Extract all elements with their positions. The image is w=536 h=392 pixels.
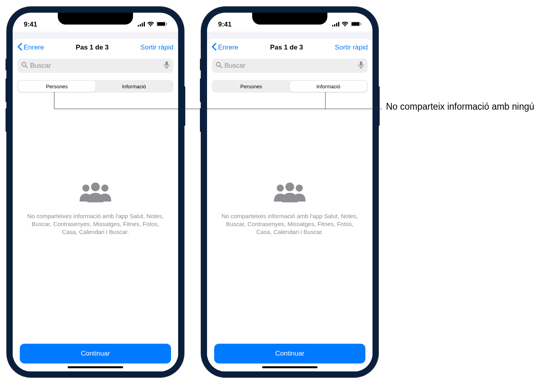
svg-point-28	[296, 185, 303, 192]
cellular-icon	[332, 21, 339, 29]
svg-rect-18	[338, 22, 339, 27]
chevron-left-icon	[17, 43, 22, 53]
status-indicators	[138, 21, 167, 29]
microphone-icon[interactable]	[358, 61, 364, 70]
status-time: 9:41	[218, 21, 232, 29]
mute-switch	[6, 59, 7, 70]
svg-rect-6	[166, 23, 167, 25]
svg-rect-17	[336, 23, 337, 27]
battery-icon	[156, 21, 167, 29]
tab-people[interactable]: Persones	[18, 81, 95, 92]
empty-state: No comparteixes informació amb l'app Sal…	[13, 78, 178, 340]
power-button	[184, 86, 185, 126]
continue-button[interactable]: Continuar	[20, 344, 171, 363]
svg-rect-5	[157, 22, 165, 26]
modal-sheet-container: Enrere Pas 1 de 3 Sortir ràpid Persones …	[207, 32, 373, 371]
modal-sheet-container: Enrere Pas 1 de 3 Sortir ràpid Persones …	[13, 32, 178, 371]
continue-button[interactable]: Continuar	[214, 344, 365, 363]
svg-rect-1	[140, 24, 141, 27]
nav-bar: Enrere Pas 1 de 3 Sortir ràpid	[13, 39, 178, 56]
group-icon	[270, 182, 310, 205]
volume-up-button	[6, 78, 7, 102]
empty-state-text: No comparteixes informació amb l'app Sal…	[219, 212, 361, 236]
svg-point-29	[285, 183, 294, 191]
svg-rect-9	[165, 61, 168, 66]
search-icon	[216, 62, 222, 70]
svg-rect-24	[360, 61, 362, 66]
cellular-icon	[138, 21, 145, 29]
search-input[interactable]	[224, 62, 356, 70]
svg-line-8	[26, 66, 28, 68]
search-input[interactable]	[30, 62, 162, 70]
microphone-icon[interactable]	[164, 61, 169, 70]
status-time: 9:41	[24, 21, 37, 29]
battery-icon	[351, 21, 361, 29]
nav-bar: Enrere Pas 1 de 3 Sortir ràpid	[207, 39, 373, 56]
sheet: Enrere Pas 1 de 3 Sortir ràpid Persones …	[13, 39, 178, 371]
volume-down-button	[200, 108, 201, 132]
quick-exit-button[interactable]: Sortir ràpid	[335, 44, 368, 51]
power-button	[378, 86, 380, 126]
nav-title: Pas 1 de 3	[270, 44, 303, 51]
tab-information[interactable]: Informació	[95, 81, 173, 92]
home-indicator[interactable]	[262, 366, 317, 368]
svg-point-27	[277, 185, 284, 192]
search-icon	[21, 62, 28, 70]
callout-text: No comparteix informació amb ningú	[386, 101, 534, 112]
mute-switch	[200, 59, 201, 70]
back-label: Enrere	[218, 44, 238, 51]
empty-state-text: No comparteixes informació amb l'app Sal…	[25, 212, 166, 236]
svg-rect-21	[361, 23, 361, 25]
phone-frame-left: 9:41 Enrere Pas 1 de 3 Sortir ràpid	[7, 7, 184, 377]
back-button[interactable]: Enrere	[212, 43, 238, 53]
svg-rect-16	[334, 24, 335, 27]
wifi-icon	[342, 21, 348, 29]
wifi-icon	[147, 21, 154, 29]
svg-line-23	[220, 66, 222, 68]
svg-rect-20	[352, 22, 359, 26]
status-indicators	[332, 21, 361, 29]
group-icon	[76, 182, 115, 205]
segmented-control: Persones Informació	[17, 80, 173, 93]
tab-information[interactable]: Informació	[290, 81, 367, 92]
chevron-left-icon	[212, 43, 217, 53]
svg-rect-2	[142, 23, 143, 27]
svg-rect-15	[332, 25, 333, 27]
back-label: Enrere	[24, 44, 44, 51]
screen: 9:41 Enrere Pas 1 de 3 Sortir ràpid	[13, 13, 178, 371]
notch	[58, 13, 133, 25]
back-button[interactable]: Enrere	[17, 43, 44, 53]
svg-point-14	[91, 183, 100, 191]
sheet: Enrere Pas 1 de 3 Sortir ràpid Persones …	[207, 39, 373, 371]
search-bar[interactable]	[17, 59, 173, 73]
search-bar[interactable]	[212, 59, 368, 73]
tab-people[interactable]: Persones	[213, 81, 290, 92]
volume-up-button	[200, 78, 201, 102]
empty-state: No comparteixes informació amb l'app Sal…	[207, 78, 373, 340]
quick-exit-button[interactable]: Sortir ràpid	[141, 44, 173, 51]
volume-down-button	[6, 108, 7, 132]
svg-point-12	[82, 185, 89, 192]
segmented-control: Persones Informació	[212, 80, 368, 93]
home-indicator[interactable]	[68, 366, 123, 368]
phone-frame-right: 9:41 Enrere Pas 1 de 3 Sortir ràpid	[201, 7, 378, 377]
nav-title: Pas 1 de 3	[76, 44, 108, 51]
svg-rect-3	[144, 22, 145, 27]
screen: 9:41 Enrere Pas 1 de 3 Sortir ràpid	[207, 13, 373, 371]
svg-rect-0	[138, 25, 139, 27]
notch	[252, 13, 327, 25]
svg-point-13	[101, 185, 108, 192]
